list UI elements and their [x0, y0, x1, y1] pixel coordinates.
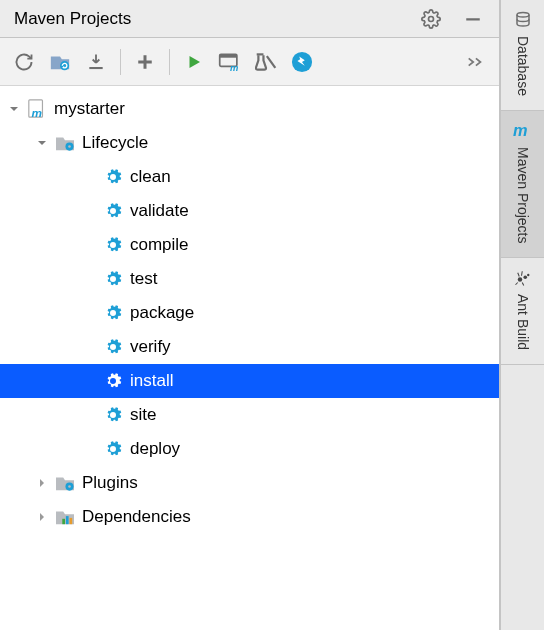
run-config-icon[interactable]: m	[216, 48, 244, 76]
rail-label: Ant Build	[515, 294, 531, 350]
svg-rect-5	[138, 60, 152, 63]
expand-arrow-icon[interactable]	[34, 509, 50, 525]
right-rail: Database m Maven Projects Ant Build	[500, 0, 544, 630]
svg-point-0	[429, 16, 434, 21]
download-icon[interactable]	[82, 48, 110, 76]
tree-label: Plugins	[82, 473, 138, 493]
tree-row[interactable]: validate	[0, 194, 499, 228]
more-icon[interactable]	[461, 48, 489, 76]
expand-arrow-icon[interactable]	[34, 475, 50, 491]
tree-label: install	[130, 371, 173, 391]
tree-label: site	[130, 405, 156, 425]
svg-rect-18	[66, 516, 69, 524]
project-tree[interactable]: mmystarterLifecyclecleanvalidatecompilet…	[0, 86, 499, 630]
svg-rect-3	[89, 67, 102, 69]
svg-rect-19	[70, 518, 73, 524]
tree-row[interactable]: verify	[0, 330, 499, 364]
tree-row[interactable]: deploy	[0, 432, 499, 466]
offline-mode-icon[interactable]	[288, 48, 316, 76]
rail-label: Maven Projects	[515, 147, 531, 243]
gear-icon	[102, 336, 124, 358]
maven-icon: m	[513, 121, 533, 141]
tree-row[interactable]: install	[0, 364, 499, 398]
svg-text:m: m	[32, 106, 43, 119]
tree-label: mystarter	[54, 99, 125, 119]
expand-arrow-icon[interactable]	[6, 101, 22, 117]
tree-row[interactable]: mmystarter	[0, 92, 499, 126]
tree-row[interactable]: test	[0, 262, 499, 296]
tree-label: package	[130, 303, 194, 323]
rail-tab-maven[interactable]: m Maven Projects	[501, 111, 544, 258]
svg-line-9	[267, 56, 275, 68]
folder-gear-icon	[54, 472, 76, 494]
svg-point-20	[517, 13, 529, 18]
gear-icon	[102, 370, 124, 392]
tree-label: deploy	[130, 439, 180, 459]
skip-tests-icon[interactable]	[252, 48, 280, 76]
gear-icon[interactable]	[417, 5, 445, 33]
tree-label: Lifecycle	[82, 133, 148, 153]
tree-label: test	[130, 269, 157, 289]
gear-icon	[102, 404, 124, 426]
tree-row[interactable]: Lifecycle	[0, 126, 499, 160]
svg-rect-7	[220, 54, 237, 57]
toolbar-separator	[120, 49, 121, 75]
panel-title: Maven Projects	[14, 9, 131, 29]
svg-text:m: m	[513, 122, 528, 139]
gear-icon	[102, 166, 124, 188]
svg-text:m: m	[230, 62, 238, 72]
gear-icon	[102, 302, 124, 324]
svg-point-2	[60, 61, 69, 70]
tree-label: Dependencies	[82, 507, 191, 527]
minimize-icon[interactable]	[459, 5, 487, 33]
tree-label: verify	[130, 337, 171, 357]
panel-title-bar: Maven Projects	[0, 0, 499, 38]
tree-label: compile	[130, 235, 189, 255]
maven-file-icon: m	[26, 98, 48, 120]
rail-tab-database[interactable]: Database	[501, 0, 544, 111]
gear-icon	[102, 438, 124, 460]
tree-row[interactable]: clean	[0, 160, 499, 194]
toolbar-separator	[169, 49, 170, 75]
generate-sources-icon[interactable]	[46, 48, 74, 76]
tree-label: clean	[130, 167, 171, 187]
svg-point-24	[527, 274, 529, 276]
svg-point-23	[523, 276, 527, 280]
tree-label: validate	[130, 201, 189, 221]
svg-point-22	[517, 278, 522, 283]
gear-icon	[102, 268, 124, 290]
toolbar: m	[0, 38, 499, 86]
ant-icon	[513, 268, 533, 288]
tree-row[interactable]: package	[0, 296, 499, 330]
tree-row[interactable]: site	[0, 398, 499, 432]
tree-row[interactable]: Dependencies	[0, 500, 499, 534]
expand-arrow-icon[interactable]	[34, 135, 50, 151]
refresh-icon[interactable]	[10, 48, 38, 76]
tree-row[interactable]: compile	[0, 228, 499, 262]
svg-point-14	[68, 145, 71, 148]
tree-row[interactable]: Plugins	[0, 466, 499, 500]
svg-rect-1	[466, 18, 480, 20]
run-icon[interactable]	[180, 48, 208, 76]
folder-gear-icon	[54, 132, 76, 154]
add-icon[interactable]	[131, 48, 159, 76]
rail-tab-ant[interactable]: Ant Build	[501, 258, 544, 365]
svg-rect-17	[62, 519, 65, 524]
rail-label: Database	[515, 36, 531, 96]
gear-icon	[102, 234, 124, 256]
database-icon	[513, 10, 533, 30]
folder-bars-icon	[54, 506, 76, 528]
svg-point-16	[68, 485, 71, 488]
gear-icon	[102, 200, 124, 222]
